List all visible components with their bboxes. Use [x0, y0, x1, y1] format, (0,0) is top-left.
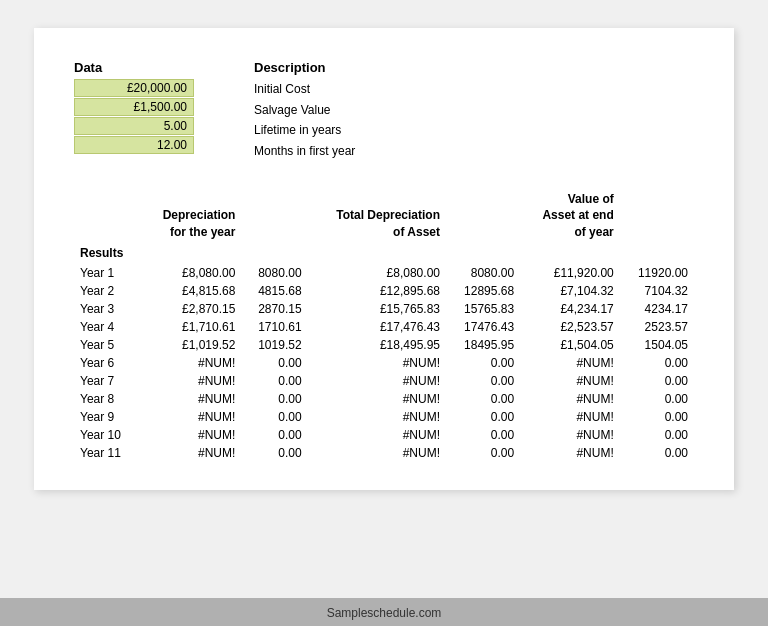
cell-val-fmt: #NUM! — [520, 444, 620, 462]
cell-val-fmt: £4,234.17 — [520, 300, 620, 318]
table-row: Year 4£1,710.611710.61£17,476.4317476.43… — [74, 318, 694, 336]
th-val-raw — [620, 189, 694, 243]
desc-item-3: Months in first year — [254, 141, 414, 162]
data-header: Data — [74, 60, 194, 75]
th-tdep-raw-empty — [446, 243, 520, 264]
cell-label: Year 9 — [74, 408, 140, 426]
cell-dep-fmt: #NUM! — [140, 390, 241, 408]
cell-tdep-fmt: £15,765.83 — [308, 300, 446, 318]
table-row: Year 5£1,019.521019.52£18,495.9518495.95… — [74, 336, 694, 354]
cell-tdep-fmt: #NUM! — [308, 444, 446, 462]
cell-dep-raw: 0.00 — [241, 444, 307, 462]
th-results-label: Results — [74, 243, 140, 264]
cell-label: Year 5 — [74, 336, 140, 354]
cell-val-fmt: #NUM! — [520, 354, 620, 372]
desc-header: Description — [254, 60, 414, 75]
th-val: Value of Asset at end of year — [520, 189, 620, 243]
table-row: Year 11#NUM!0.00#NUM!0.00#NUM!0.00 — [74, 444, 694, 462]
cell-val-raw: 0.00 — [620, 354, 694, 372]
cell-val-raw: 0.00 — [620, 426, 694, 444]
cell-tdep-raw: 0.00 — [446, 426, 520, 444]
cell-dep-fmt: #NUM! — [140, 408, 241, 426]
cell-dep-fmt: £1,710.61 — [140, 318, 241, 336]
th-dep-line2: for the year — [170, 225, 235, 239]
cell-val-fmt: #NUM! — [520, 426, 620, 444]
cell-tdep-fmt: #NUM! — [308, 372, 446, 390]
th-tdep-empty — [308, 243, 446, 264]
cell-tdep-fmt: £12,895.68 — [308, 282, 446, 300]
cell-dep-raw: 8080.00 — [241, 264, 307, 282]
table-row: Year 10#NUM!0.00#NUM!0.00#NUM!0.00 — [74, 426, 694, 444]
cell-dep-raw: 1710.61 — [241, 318, 307, 336]
cell-label: Year 7 — [74, 372, 140, 390]
cell-dep-fmt: £8,080.00 — [140, 264, 241, 282]
th-dep-raw-empty — [241, 243, 307, 264]
cell-val-raw: 0.00 — [620, 444, 694, 462]
cell-dep-raw: 0.00 — [241, 372, 307, 390]
cell-dep-raw: 1019.52 — [241, 336, 307, 354]
cell-label: Year 6 — [74, 354, 140, 372]
cell-label: Year 1 — [74, 264, 140, 282]
desc-item-2: Lifetime in years — [254, 120, 414, 141]
cell-dep-raw: 0.00 — [241, 390, 307, 408]
cell-tdep-fmt: #NUM! — [308, 390, 446, 408]
cell-dep-fmt: #NUM! — [140, 372, 241, 390]
cell-tdep-raw: 8080.00 — [446, 264, 520, 282]
cell-val-raw: 2523.57 — [620, 318, 694, 336]
footer: Sampleschedule.com — [0, 598, 768, 626]
cell-val-fmt: #NUM! — [520, 408, 620, 426]
cell-dep-fmt: #NUM! — [140, 426, 241, 444]
th-val-line1: Value of — [568, 192, 614, 206]
cell-val-raw: 4234.17 — [620, 300, 694, 318]
cell-label: Year 11 — [74, 444, 140, 462]
th-dep: Depreciation for the year — [140, 189, 241, 243]
th-val-line3: of year — [574, 225, 613, 239]
cell-val-raw: 7104.32 — [620, 282, 694, 300]
cell-dep-raw: 0.00 — [241, 426, 307, 444]
cell-dep-raw: 0.00 — [241, 408, 307, 426]
cell-val-fmt: £2,523.57 — [520, 318, 620, 336]
cell-label: Year 8 — [74, 390, 140, 408]
data-column: Data £20,000.00 £1,500.00 5.00 12.00 — [74, 60, 194, 161]
th-tdep-line1: Total Depreciation — [336, 208, 440, 222]
cell-label: Year 2 — [74, 282, 140, 300]
th-val-raw-empty — [620, 243, 694, 264]
cell-tdep-fmt: #NUM! — [308, 408, 446, 426]
cell-tdep-raw: 0.00 — [446, 408, 520, 426]
cell-dep-fmt: #NUM! — [140, 444, 241, 462]
cell-dep-fmt: £2,870.15 — [140, 300, 241, 318]
top-section: Data £20,000.00 £1,500.00 5.00 12.00 Des… — [74, 60, 694, 161]
th-dep-empty — [140, 243, 241, 264]
cell-tdep-raw: 12895.68 — [446, 282, 520, 300]
cell-dep-raw: 0.00 — [241, 354, 307, 372]
cell-tdep-raw: 17476.43 — [446, 318, 520, 336]
th-val-empty — [520, 243, 620, 264]
cell-label: Year 4 — [74, 318, 140, 336]
cell-tdep-raw: 0.00 — [446, 444, 520, 462]
cell-tdep-raw: 15765.83 — [446, 300, 520, 318]
cell-dep-fmt: #NUM! — [140, 354, 241, 372]
cell-val-raw: 0.00 — [620, 408, 694, 426]
th-dep-line1: Depreciation — [163, 208, 236, 222]
cell-dep-raw: 2870.15 — [241, 300, 307, 318]
th-val-line2: Asset at end — [542, 208, 613, 222]
cell-tdep-fmt: £8,080.00 — [308, 264, 446, 282]
cell-tdep-raw: 0.00 — [446, 390, 520, 408]
footer-text: Sampleschedule.com — [327, 606, 442, 620]
description-column: Description Initial Cost Salvage Value L… — [254, 60, 414, 161]
cell-tdep-fmt: £18,495.95 — [308, 336, 446, 354]
cell-val-fmt: £11,920.00 — [520, 264, 620, 282]
cell-tdep-fmt: #NUM! — [308, 426, 446, 444]
data-cell-2: 5.00 — [74, 117, 194, 135]
page-wrapper: Data £20,000.00 £1,500.00 5.00 12.00 Des… — [0, 0, 768, 626]
table-row: Year 2£4,815.684815.68£12,895.6812895.68… — [74, 282, 694, 300]
cell-label: Year 10 — [74, 426, 140, 444]
results-table: Depreciation for the year Total Deprecia… — [74, 189, 694, 461]
cell-tdep-raw: 0.00 — [446, 354, 520, 372]
cell-val-raw: 0.00 — [620, 390, 694, 408]
spreadsheet-sheet: Data £20,000.00 £1,500.00 5.00 12.00 Des… — [34, 28, 734, 490]
cell-tdep-raw: 0.00 — [446, 372, 520, 390]
cell-tdep-fmt: £17,476.43 — [308, 318, 446, 336]
cell-val-raw: 11920.00 — [620, 264, 694, 282]
data-cell-0: £20,000.00 — [74, 79, 194, 97]
